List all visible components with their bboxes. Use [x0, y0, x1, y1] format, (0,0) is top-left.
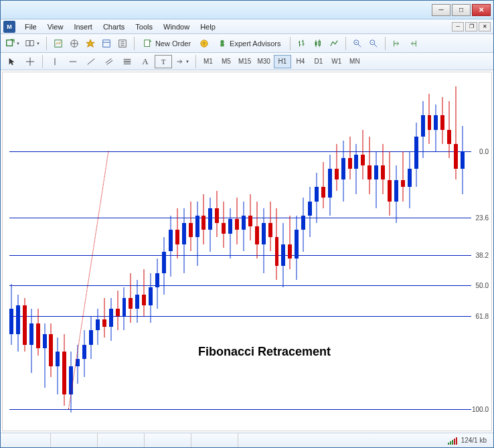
svg-line-23	[374, 44, 376, 46]
svg-text:+: +	[12, 39, 15, 42]
menu-tools[interactable]: Tools	[130, 21, 158, 33]
fib-label-38.2: 38.2	[476, 251, 489, 258]
svg-text:−: −	[371, 40, 373, 44]
menu-insert[interactable]: Insert	[68, 21, 98, 33]
candle	[275, 72, 279, 431]
candle	[82, 72, 86, 431]
timeframe-w1[interactable]: W1	[328, 55, 345, 68]
zoom-in-button[interactable]: +	[350, 36, 365, 51]
candle	[361, 72, 365, 431]
candle	[421, 72, 425, 431]
candle	[62, 72, 66, 431]
fib-label-50.0: 50.0	[476, 282, 489, 289]
timeframe-mn[interactable]: MN	[346, 55, 363, 68]
candle	[195, 72, 199, 431]
candle	[308, 72, 312, 431]
candle	[155, 72, 159, 431]
fibonacci-tool[interactable]	[118, 55, 136, 68]
svg-text:+: +	[355, 40, 357, 44]
cursor-tool[interactable]	[3, 55, 21, 68]
candle	[328, 72, 332, 431]
candle	[434, 72, 438, 431]
candle	[102, 72, 106, 431]
profiles-button[interactable]: ▼	[23, 36, 42, 51]
candle	[440, 72, 444, 431]
app-icon: M	[3, 21, 15, 33]
metaquotes-button[interactable]: ?	[197, 36, 212, 51]
candle	[116, 72, 120, 431]
timeframe-m1[interactable]: M1	[199, 55, 217, 68]
mdi-minimize-button[interactable]: ─	[452, 22, 464, 31]
new-order-button[interactable]: + New Order	[139, 36, 195, 51]
arrows-tool[interactable]: ▼	[173, 55, 192, 68]
timeframe-m30[interactable]: M30	[254, 55, 272, 68]
terminal-button[interactable]	[83, 36, 98, 51]
candle	[16, 72, 20, 431]
candle	[268, 72, 272, 431]
candle	[414, 72, 418, 431]
candle	[394, 72, 398, 431]
zoom-out-button[interactable]: −	[366, 36, 381, 51]
maximize-button[interactable]: □	[452, 4, 471, 16]
navigator-button[interactable]	[67, 36, 82, 51]
candle	[189, 72, 193, 431]
timeframe-m5[interactable]: M5	[218, 55, 235, 68]
candle	[149, 72, 153, 431]
channel-tool[interactable]	[100, 55, 118, 68]
minimize-button[interactable]: ─	[432, 4, 450, 16]
fib-label-0.0: 0.0	[479, 147, 489, 155]
candle	[208, 72, 212, 431]
expert-advisors-button[interactable]: Expert Advisors	[213, 36, 285, 51]
statusbar: 124/1 kb	[1, 433, 493, 447]
chart-shift-button[interactable]	[406, 36, 420, 51]
close-button[interactable]: ✕	[472, 4, 491, 16]
candle	[388, 72, 392, 431]
trendline-tool[interactable]	[82, 55, 100, 68]
bar-chart-button[interactable]	[295, 36, 309, 51]
vertical-line-tool[interactable]	[46, 55, 64, 68]
strategy-tester-button[interactable]	[115, 36, 130, 51]
timeframe-h4[interactable]: H4	[292, 55, 309, 68]
menu-view[interactable]: View	[42, 21, 69, 33]
candlestick-chart-button[interactable]	[311, 36, 325, 51]
candle	[182, 72, 186, 431]
market-watch-button[interactable]	[51, 36, 66, 51]
timeframe-h1[interactable]: H1	[274, 55, 291, 68]
candle	[175, 72, 179, 431]
candle	[69, 72, 73, 431]
text-tool[interactable]: A	[137, 55, 154, 68]
candle	[321, 72, 325, 431]
menu-file[interactable]: File	[19, 21, 42, 33]
candle	[315, 72, 319, 431]
new-order-label: New Order	[155, 40, 191, 48]
mdi-restore-button[interactable]: ❐	[465, 22, 477, 31]
candle	[242, 72, 246, 431]
candle	[295, 72, 299, 431]
candle	[36, 72, 40, 431]
text-label-tool[interactable]: T	[155, 55, 172, 68]
chart-canvas[interactable]: Fibonacci Retracement 0.023.638.250.061.…	[2, 72, 492, 431]
data-window-button[interactable]	[99, 36, 114, 51]
timeframe-m15[interactable]: M15	[236, 55, 254, 68]
candle	[135, 72, 139, 431]
connection-status: 124/1 kb	[461, 437, 487, 444]
menu-charts[interactable]: Charts	[98, 21, 130, 33]
auto-scroll-button[interactable]	[390, 36, 404, 51]
candle	[9, 72, 13, 431]
candle	[447, 72, 451, 431]
new-chart-button[interactable]: +▼	[3, 36, 22, 51]
crosshair-tool[interactable]	[21, 55, 39, 68]
candle	[29, 72, 33, 431]
menu-window[interactable]: Window	[158, 21, 195, 33]
timeframe-d1[interactable]: D1	[310, 55, 327, 68]
candle	[301, 72, 305, 431]
candle	[142, 72, 146, 431]
candle	[262, 72, 266, 431]
candle	[401, 72, 405, 431]
menu-help[interactable]: Help	[195, 21, 221, 33]
mdi-close-button[interactable]: ✕	[479, 22, 491, 31]
line-chart-button[interactable]	[327, 36, 341, 51]
svg-rect-2	[26, 40, 29, 46]
horizontal-line-tool[interactable]	[64, 55, 82, 68]
titlebar: ─ □ ✕	[1, 1, 493, 19]
